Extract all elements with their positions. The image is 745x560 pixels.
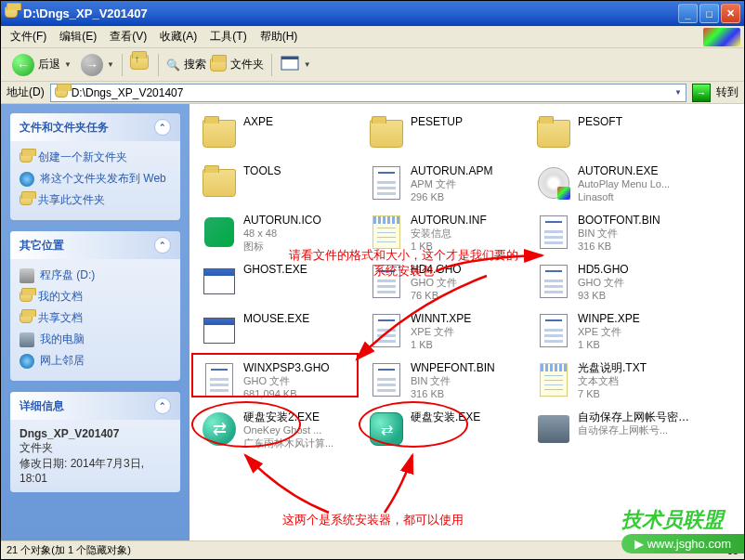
file-meta: XPE 文件 xyxy=(578,326,640,339)
network-icon xyxy=(20,354,34,369)
file-meta: 广东雨林木风计算... xyxy=(243,437,333,450)
detail-modified: 修改日期: 2014年7月3日, 18:01 xyxy=(20,456,171,485)
file-item[interactable]: HD5.GHOGHO 文件93 KB xyxy=(533,261,700,310)
file-name: 硬盘安装2.EXE xyxy=(243,410,333,424)
other-places-panel: 其它位置 ⌃ 程序盘 (D:) 我的文档 共享文档 我的电脑 网上邻居 xyxy=(10,231,180,381)
file-icon xyxy=(368,164,405,202)
file-item[interactable]: 光盘说明.TXT文本文档7 KB xyxy=(533,359,700,409)
task-publish[interactable]: 将这个文件夹发布到 Web xyxy=(20,168,171,189)
file-item[interactable]: WNPEFONT.BINBIN 文件316 KB xyxy=(366,359,533,409)
menu-edit[interactable]: 编辑(E) xyxy=(54,27,102,46)
file-meta: GHO 文件 xyxy=(243,375,330,388)
file-item[interactable]: WINPE.XPEXPE 文件1 KB xyxy=(533,310,700,359)
file-icon: ⇄ xyxy=(368,410,405,448)
go-button[interactable]: → xyxy=(692,84,711,102)
file-icon xyxy=(201,312,238,349)
chevron-down-icon[interactable]: ▼ xyxy=(304,60,311,69)
folders-button[interactable]: 文件夹 xyxy=(210,57,264,72)
file-item[interactable]: AUTORUN.APMAPM 文件296 KB xyxy=(366,163,533,212)
place-shared-docs[interactable]: 共享文档 xyxy=(20,307,171,329)
file-name: BOOTFONT.BIN xyxy=(578,214,660,228)
file-item[interactable]: ⇄硬盘安装.EXE xyxy=(366,409,533,458)
file-item[interactable]: GHOST.EXE xyxy=(199,261,366,310)
close-button[interactable]: ✕ xyxy=(721,4,740,23)
file-meta: 自动保存上网帐号... xyxy=(578,424,699,437)
file-icon xyxy=(535,214,572,251)
chevron-down-icon[interactable]: ▼ xyxy=(107,60,114,69)
separator xyxy=(158,54,159,76)
search-button[interactable]: 🔍 搜索 xyxy=(166,57,206,72)
file-name: MOUSE.EXE xyxy=(243,312,309,326)
file-meta: BIN 文件 xyxy=(578,228,660,241)
address-label: 地址(D) xyxy=(7,85,45,100)
details-header[interactable]: 详细信息 ⌃ xyxy=(10,392,180,420)
go-label[interactable]: 转到 xyxy=(716,85,738,100)
file-meta: 296 KB xyxy=(411,191,492,204)
forward-button[interactable]: → xyxy=(81,54,103,76)
addressbar: 地址(D) D:\Dngs_XP_V201407 ▼ → 转到 xyxy=(1,82,744,104)
file-item[interactable]: 自动保存上网帐号密码到U盘.EXE自动保存上网帐号... xyxy=(533,409,700,458)
file-icon xyxy=(201,361,238,398)
window-title: D:\Dngs_XP_V201407 xyxy=(23,7,678,20)
file-meta: 1 KB xyxy=(411,241,487,254)
file-name: GHOST.EXE xyxy=(243,263,307,277)
file-item[interactable]: WINNT.XPEXPE 文件1 KB xyxy=(366,310,533,359)
menu-view[interactable]: 查看(V) xyxy=(104,27,152,46)
folder-icon xyxy=(210,59,227,72)
file-meta: GHO 文件 xyxy=(578,277,629,290)
place-my-documents[interactable]: 我的文档 xyxy=(20,286,171,307)
chevron-down-icon: ▼ xyxy=(64,60,72,69)
file-item[interactable]: ⇄硬盘安装2.EXEOneKey Ghost ...广东雨林木风计算... xyxy=(199,409,366,458)
views-button[interactable] xyxy=(280,55,300,75)
menu-favorites[interactable]: 收藏(A) xyxy=(154,27,203,46)
file-item[interactable]: BOOTFONT.BINBIN 文件316 KB xyxy=(533,212,700,261)
file-item[interactable]: AUTORUN.ICO48 x 48图标 xyxy=(199,212,366,261)
globe-icon xyxy=(20,172,34,187)
file-item[interactable]: TOOLS xyxy=(199,163,366,212)
menu-tools[interactable]: 工具(T) xyxy=(204,27,252,46)
file-item[interactable]: HD4.GHOGHO 文件76 KB xyxy=(366,261,533,310)
task-share[interactable]: 共享此文件夹 xyxy=(20,189,171,211)
file-meta: 安装信息 xyxy=(411,228,487,241)
file-name: WINNT.XPE xyxy=(411,312,471,326)
file-name: 自动保存上网帐号密码到U盘.EXE xyxy=(578,410,699,424)
file-icon xyxy=(201,164,238,202)
sidebar: 文件和文件夹任务 ⌃ 创建一个新文件夹 将这个文件夹发布到 Web 共享此文件夹… xyxy=(1,104,190,540)
file-meta: BIN 文件 xyxy=(411,375,495,388)
file-icon xyxy=(368,361,405,398)
file-icon xyxy=(368,312,405,349)
address-input[interactable]: D:\Dngs_XP_V201407 ▼ xyxy=(50,84,686,102)
other-places-header[interactable]: 其它位置 ⌃ xyxy=(10,231,180,259)
file-name: AUTORUN.APM xyxy=(411,164,492,178)
file-item[interactable]: AUTORUN.EXEAutoPlay Menu Lo...Linasoft xyxy=(533,163,700,212)
titlebar: D:\Dngs_XP_V201407 _ □ ✕ xyxy=(1,1,744,26)
annotation-arrow-3 xyxy=(217,448,347,522)
file-item[interactable]: AXPE xyxy=(199,113,366,163)
task-new-folder[interactable]: 创建一个新文件夹 xyxy=(20,147,171,168)
file-item[interactable]: AUTORUN.INF安装信息1 KB xyxy=(366,212,533,261)
file-item[interactable]: WINXPSP3.GHOGHO 文件681,094 KB xyxy=(199,359,366,409)
menu-help[interactable]: 帮助(H) xyxy=(255,27,304,46)
detail-type: 文件夹 xyxy=(20,440,171,456)
file-meta: 文本文档 xyxy=(578,375,647,388)
file-item[interactable]: PESETUP xyxy=(366,113,533,163)
share-icon xyxy=(20,195,33,205)
place-drive-d[interactable]: 程序盘 (D:) xyxy=(20,265,171,286)
place-network[interactable]: 网上邻居 xyxy=(20,350,171,371)
up-button[interactable]: ↑ xyxy=(130,55,150,75)
maximize-button[interactable]: □ xyxy=(699,4,719,23)
place-my-computer[interactable]: 我的电脑 xyxy=(20,329,171,350)
file-meta: OneKey Ghost ... xyxy=(243,424,333,437)
tasks-header[interactable]: 文件和文件夹任务 ⌃ xyxy=(10,113,180,141)
minimize-button[interactable]: _ xyxy=(678,4,698,23)
file-item[interactable]: PESOFT xyxy=(533,113,700,163)
file-item[interactable]: MOUSE.EXE xyxy=(199,310,366,359)
folder-icon xyxy=(20,152,33,163)
app-icon xyxy=(5,7,20,21)
file-meta: GHO 文件 xyxy=(411,277,462,290)
back-button[interactable]: ← 后退 ▼ xyxy=(7,52,77,78)
chevron-down-icon[interactable]: ▼ xyxy=(674,88,682,97)
menu-file[interactable]: 文件(F) xyxy=(5,27,52,46)
computer-icon xyxy=(20,332,34,347)
file-meta: 48 x 48 xyxy=(243,228,321,241)
